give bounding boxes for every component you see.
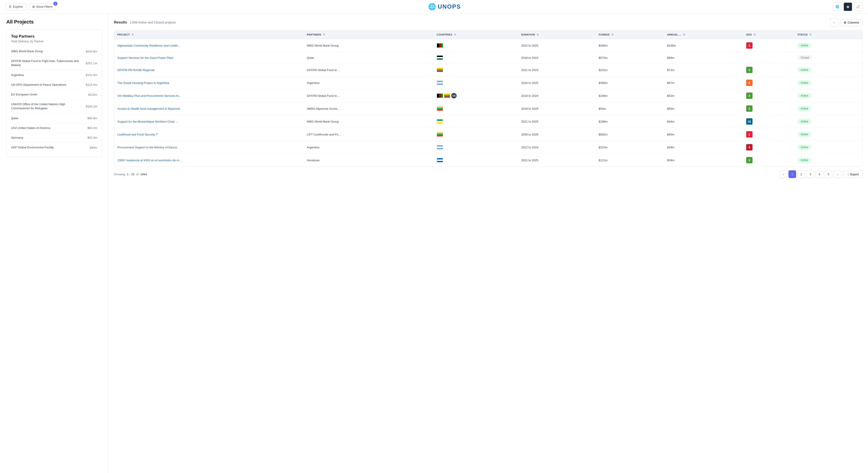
export-button[interactable]: ↑ Export: [844, 171, 863, 178]
columns-label: Columns: [848, 21, 859, 24]
flag: [437, 55, 443, 60]
col-status[interactable]: STATUS ⇅: [794, 31, 862, 39]
partner-row[interactable]: Qatar$95.8m: [11, 114, 97, 123]
funded-cell: $231m: [595, 64, 664, 77]
table-row[interactable]: Livelihood and Food Security T LIFT Live…: [114, 128, 862, 141]
funded-cell: $50m: [595, 102, 664, 115]
table-body: Afghanistan Community Resilience and Liv…: [114, 39, 862, 167]
funded-cell: $146m: [595, 89, 664, 102]
sort-icon-countries: ⇅: [454, 33, 456, 36]
show-filters-button[interactable]: ⊞ Show Filters 1: [29, 3, 56, 10]
table-row[interactable]: Procurement Support to the Ministry of E…: [114, 141, 862, 154]
partner-amount: $122.5m: [86, 83, 97, 86]
flag-cell: [437, 119, 515, 124]
duration-cell: 2021 to 2025: [518, 154, 596, 167]
col-annual[interactable]: ANNUAL ... ⇅: [664, 31, 743, 39]
partner-row[interactable]: UNHCR Office of the United Nations High …: [11, 99, 97, 113]
sdg-cell: 4: [743, 141, 794, 154]
chart-view-button[interactable]: 📈: [854, 2, 863, 11]
partner-name: WBG World Bank Group: [11, 49, 43, 53]
partners-card-title: Top Partners: [11, 34, 97, 39]
funded-cell: $121m: [595, 154, 664, 167]
project-name: Support Services for the Gaza Power Plan…: [114, 52, 304, 64]
flag: [437, 43, 443, 48]
showing-total: 1894: [141, 173, 147, 176]
sdg-badge: 16: [746, 118, 752, 125]
duration-cell: 2021 to 2023: [518, 64, 596, 77]
status-cell: Active: [794, 102, 862, 115]
pagination-controls: ‹ 1 2 3 4 5 ›: [779, 170, 841, 178]
page-title: All Projects: [6, 19, 102, 25]
duration-cell: 2009 to 2028: [518, 128, 596, 141]
countries-cell: [434, 102, 518, 115]
partner-amount: $131.6m: [86, 73, 97, 77]
partner-name: Qatar: [11, 116, 19, 120]
partner-cell: 3MDG-Myanmar Acces...: [304, 102, 433, 115]
table-row[interactable]: GFATM-PR-RAI3E-Regional GFATM Global Fun…: [114, 64, 862, 77]
partner-amount: $109.2m: [86, 105, 97, 108]
table-row[interactable]: 23097 Asistencia al IHSS en el suministr…: [114, 154, 862, 167]
explore-button[interactable]: ☰ Explore: [5, 3, 26, 10]
col-sdg[interactable]: SDG ⇅: [743, 31, 794, 39]
partner-cell: Argentina: [304, 141, 433, 154]
status-badge: Active: [798, 132, 811, 137]
showing-range: 1 - 15: [127, 173, 134, 176]
main-layout: All Projects Top Partners Total Delivery…: [0, 13, 868, 473]
flag: [444, 93, 450, 98]
table-row[interactable]: Support Services for the Gaza Power Plan…: [114, 52, 862, 64]
page-5-button[interactable]: 5: [825, 170, 832, 178]
table-row[interactable]: Access to Health fund management in Myan…: [114, 102, 862, 115]
partner-row[interactable]: GFATM Global Fund to Fight Aids, Tubercu…: [11, 56, 97, 70]
sdg-badge: 9: [746, 80, 752, 86]
col-duration[interactable]: DURATION ⇅: [518, 31, 596, 39]
columns-button[interactable]: ⊞ Columns: [840, 19, 863, 26]
partner-row[interactable]: Germany$52.3m: [11, 133, 97, 143]
sdg-cell: 1: [743, 39, 794, 52]
results-label: Results: [114, 20, 127, 24]
table-row[interactable]: Afghanistan Community Resilience and Liv…: [114, 39, 862, 52]
table-row[interactable]: The Social Housing Project in Argentina …: [114, 77, 862, 89]
page-4-button[interactable]: 4: [815, 170, 823, 178]
duration-cell: 2018 to 2029: [518, 102, 596, 115]
status-cell: Active: [794, 64, 862, 77]
flag-cell: [437, 132, 515, 137]
col-countries[interactable]: COUNTRIES ⇅: [434, 31, 518, 39]
sdg-badge: 3: [746, 92, 752, 99]
partner-name: USA United States of America: [11, 126, 50, 130]
content-area: Results 1,894 Active and Closed projects…: [108, 13, 868, 473]
col-partners[interactable]: PARTNERS ⇅: [304, 31, 433, 39]
status-cell: Active: [794, 141, 862, 154]
showing-text: Showing: [114, 173, 125, 176]
table-row[interactable]: UN WebBuy Plus and Procurement Services …: [114, 89, 862, 102]
partner-row[interactable]: UN DPO Department of Peace Operations$12…: [11, 80, 97, 90]
countries-cell: [434, 39, 518, 52]
status-cell: Active: [794, 115, 862, 128]
grid-view-button[interactable]: ▦: [844, 2, 852, 11]
table-header-row: PROJECT ⇅ PARTNERS ⇅ COUNTRIES ⇅ DURATIO…: [114, 31, 862, 39]
grid-view-icon: ▦: [846, 5, 849, 8]
funded-cell: $682m: [595, 128, 664, 141]
prev-page-button[interactable]: ‹: [779, 170, 787, 178]
col-funded[interactable]: FUNDED ⇅: [595, 31, 664, 39]
partner-row[interactable]: USA United States of America$92.2m: [11, 123, 97, 133]
flag: [437, 158, 443, 162]
partner-cell: LIFT Livelihoods and Fo...: [304, 128, 433, 141]
page-3-button[interactable]: 3: [807, 170, 814, 178]
flag-cell: [437, 145, 515, 150]
next-page-button[interactable]: ›: [834, 170, 841, 178]
page-1-button[interactable]: 1: [788, 170, 796, 178]
back-button[interactable]: ←: [830, 18, 839, 27]
globe-view-button[interactable]: 🌐: [833, 2, 842, 11]
table-row[interactable]: Support for the Mozambique Northern Cris…: [114, 115, 862, 128]
partner-row[interactable]: GEF Global Environment Facility$50m: [11, 143, 97, 152]
partner-name: UN DPO Department of Peace Operations: [11, 83, 66, 87]
partner-row[interactable]: EU European Union$122m: [11, 90, 97, 99]
countries-cell: +32: [434, 89, 518, 102]
partner-row[interactable]: Argentina$131.6m: [11, 70, 97, 80]
partner-row[interactable]: WBG World Bank Group$544.8m: [11, 47, 97, 56]
status-badge: Active: [798, 67, 811, 72]
col-project[interactable]: PROJECT ⇅: [114, 31, 304, 39]
page-2-button[interactable]: 2: [798, 170, 805, 178]
flag: [437, 81, 443, 85]
projects-table-container: PROJECT ⇅ PARTNERS ⇅ COUNTRIES ⇅ DURATIO…: [114, 30, 863, 167]
